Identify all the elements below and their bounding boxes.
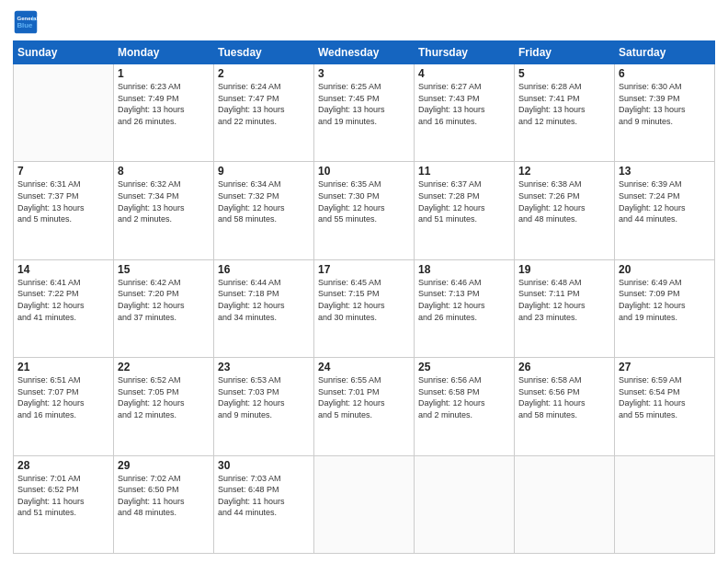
day-info: Sunrise: 6:37 AM Sunset: 7:28 PM Dayligh…	[418, 178, 510, 224]
day-info: Sunrise: 6:39 AM Sunset: 7:24 PM Dayligh…	[619, 178, 711, 224]
day-info: Sunrise: 6:35 AM Sunset: 7:30 PM Dayligh…	[318, 178, 410, 224]
day-info: Sunrise: 6:34 AM Sunset: 7:32 PM Dayligh…	[218, 178, 310, 224]
day-number: 27	[619, 361, 711, 373]
day-number: 29	[118, 459, 210, 472]
day-number: 14	[17, 263, 109, 276]
day-info: Sunrise: 7:01 AM Sunset: 6:52 PM Dayligh…	[17, 473, 109, 519]
calendar-cell: 15Sunrise: 6:42 AM Sunset: 7:20 PM Dayli…	[114, 259, 214, 357]
day-info: Sunrise: 6:58 AM Sunset: 6:56 PM Dayligh…	[518, 374, 610, 420]
day-info: Sunrise: 6:55 AM Sunset: 7:01 PM Dayligh…	[318, 374, 410, 420]
day-info: Sunrise: 6:41 AM Sunset: 7:22 PM Dayligh…	[17, 277, 109, 323]
weekday-header-wednesday: Wednesday	[314, 41, 415, 64]
day-number: 22	[118, 361, 210, 373]
calendar-cell: 8Sunrise: 6:32 AM Sunset: 7:34 PM Daylig…	[114, 162, 214, 259]
weekday-header-thursday: Thursday	[415, 41, 515, 64]
calendar-cell: 14Sunrise: 6:41 AM Sunset: 7:22 PM Dayli…	[14, 259, 114, 357]
day-info: Sunrise: 6:23 AM Sunset: 7:49 PM Dayligh…	[118, 81, 210, 127]
day-number: 6	[619, 67, 711, 80]
day-info: Sunrise: 6:51 AM Sunset: 7:07 PM Dayligh…	[17, 374, 109, 420]
header: General Blue	[13, 9, 715, 35]
day-number: 13	[619, 165, 711, 178]
day-info: Sunrise: 6:48 AM Sunset: 7:11 PM Dayligh…	[518, 277, 610, 323]
week-row-2: 7Sunrise: 6:31 AM Sunset: 7:37 PM Daylig…	[14, 162, 715, 259]
day-number: 7	[17, 165, 109, 178]
calendar-cell: 7Sunrise: 6:31 AM Sunset: 7:37 PM Daylig…	[14, 162, 114, 259]
week-row-3: 14Sunrise: 6:41 AM Sunset: 7:22 PM Dayli…	[14, 259, 715, 357]
calendar-cell: 24Sunrise: 6:55 AM Sunset: 7:01 PM Dayli…	[314, 358, 415, 455]
day-info: Sunrise: 6:28 AM Sunset: 7:41 PM Dayligh…	[518, 81, 610, 127]
calendar-cell	[314, 455, 415, 553]
day-number: 20	[619, 263, 711, 276]
calendar-cell: 9Sunrise: 6:34 AM Sunset: 7:32 PM Daylig…	[214, 162, 314, 259]
calendar-cell	[515, 455, 615, 553]
calendar-cell	[615, 455, 715, 553]
calendar-cell: 26Sunrise: 6:58 AM Sunset: 6:56 PM Dayli…	[515, 358, 615, 455]
day-number: 21	[17, 361, 109, 373]
day-number: 18	[418, 263, 510, 276]
calendar-cell	[14, 64, 114, 162]
day-number: 26	[518, 361, 610, 373]
calendar-cell: 28Sunrise: 7:01 AM Sunset: 6:52 PM Dayli…	[14, 455, 114, 553]
calendar-cell: 20Sunrise: 6:49 AM Sunset: 7:09 PM Dayli…	[615, 259, 715, 357]
calendar-table: SundayMondayTuesdayWednesdayThursdayFrid…	[13, 40, 715, 554]
calendar-cell: 2Sunrise: 6:24 AM Sunset: 7:47 PM Daylig…	[214, 64, 314, 162]
day-number: 4	[418, 67, 510, 80]
day-number: 12	[518, 165, 610, 178]
day-info: Sunrise: 6:49 AM Sunset: 7:09 PM Dayligh…	[619, 277, 711, 323]
calendar-cell: 6Sunrise: 6:30 AM Sunset: 7:39 PM Daylig…	[615, 64, 715, 162]
calendar-cell: 16Sunrise: 6:44 AM Sunset: 7:18 PM Dayli…	[214, 259, 314, 357]
calendar-cell: 22Sunrise: 6:52 AM Sunset: 7:05 PM Dayli…	[114, 358, 214, 455]
day-info: Sunrise: 6:42 AM Sunset: 7:20 PM Dayligh…	[118, 277, 210, 323]
day-number: 11	[418, 165, 510, 178]
day-number: 9	[218, 165, 310, 178]
calendar-cell: 11Sunrise: 6:37 AM Sunset: 7:28 PM Dayli…	[415, 162, 515, 259]
day-info: Sunrise: 6:38 AM Sunset: 7:26 PM Dayligh…	[518, 178, 610, 224]
calendar-cell: 18Sunrise: 6:46 AM Sunset: 7:13 PM Dayli…	[415, 259, 515, 357]
weekday-header-row: SundayMondayTuesdayWednesdayThursdayFrid…	[14, 41, 715, 64]
calendar-cell	[415, 455, 515, 553]
day-info: Sunrise: 6:46 AM Sunset: 7:13 PM Dayligh…	[418, 277, 510, 323]
weekday-header-tuesday: Tuesday	[214, 41, 314, 64]
day-info: Sunrise: 6:27 AM Sunset: 7:43 PM Dayligh…	[418, 81, 510, 127]
day-number: 28	[17, 459, 109, 472]
week-row-4: 21Sunrise: 6:51 AM Sunset: 7:07 PM Dayli…	[14, 358, 715, 455]
calendar-cell: 5Sunrise: 6:28 AM Sunset: 7:41 PM Daylig…	[515, 64, 615, 162]
calendar-cell: 21Sunrise: 6:51 AM Sunset: 7:07 PM Dayli…	[14, 358, 114, 455]
day-number: 30	[218, 459, 310, 472]
day-number: 2	[218, 67, 310, 80]
day-info: Sunrise: 6:45 AM Sunset: 7:15 PM Dayligh…	[318, 277, 410, 323]
day-number: 1	[118, 67, 210, 80]
calendar-cell: 23Sunrise: 6:53 AM Sunset: 7:03 PM Dayli…	[214, 358, 314, 455]
weekday-header-saturday: Saturday	[615, 41, 715, 64]
calendar-cell: 19Sunrise: 6:48 AM Sunset: 7:11 PM Dayli…	[515, 259, 615, 357]
week-row-1: 1Sunrise: 6:23 AM Sunset: 7:49 PM Daylig…	[14, 64, 715, 162]
week-row-5: 28Sunrise: 7:01 AM Sunset: 6:52 PM Dayli…	[14, 455, 715, 553]
calendar-cell: 27Sunrise: 6:59 AM Sunset: 6:54 PM Dayli…	[615, 358, 715, 455]
calendar-cell: 29Sunrise: 7:02 AM Sunset: 6:50 PM Dayli…	[114, 455, 214, 553]
day-info: Sunrise: 7:02 AM Sunset: 6:50 PM Dayligh…	[118, 473, 210, 519]
calendar-cell: 4Sunrise: 6:27 AM Sunset: 7:43 PM Daylig…	[415, 64, 515, 162]
calendar-cell: 30Sunrise: 7:03 AM Sunset: 6:48 PM Dayli…	[214, 455, 314, 553]
weekday-header-sunday: Sunday	[14, 41, 114, 64]
calendar-cell: 12Sunrise: 6:38 AM Sunset: 7:26 PM Dayli…	[515, 162, 615, 259]
day-info: Sunrise: 6:59 AM Sunset: 6:54 PM Dayligh…	[619, 374, 711, 420]
day-info: Sunrise: 6:25 AM Sunset: 7:45 PM Dayligh…	[318, 81, 410, 127]
calendar-cell: 13Sunrise: 6:39 AM Sunset: 7:24 PM Dayli…	[615, 162, 715, 259]
day-number: 8	[118, 165, 210, 178]
calendar-cell: 17Sunrise: 6:45 AM Sunset: 7:15 PM Dayli…	[314, 259, 415, 357]
day-info: Sunrise: 6:56 AM Sunset: 6:58 PM Dayligh…	[418, 374, 510, 420]
page: General Blue SundayMondayTuesdayWednesda…	[0, 0, 728, 563]
day-info: Sunrise: 6:31 AM Sunset: 7:37 PM Dayligh…	[17, 178, 109, 224]
day-info: Sunrise: 6:52 AM Sunset: 7:05 PM Dayligh…	[118, 374, 210, 420]
day-info: Sunrise: 7:03 AM Sunset: 6:48 PM Dayligh…	[218, 473, 310, 519]
day-info: Sunrise: 6:24 AM Sunset: 7:47 PM Dayligh…	[218, 81, 310, 127]
day-number: 15	[118, 263, 210, 276]
day-info: Sunrise: 6:30 AM Sunset: 7:39 PM Dayligh…	[619, 81, 711, 127]
day-number: 3	[318, 67, 410, 80]
day-number: 19	[518, 263, 610, 276]
calendar-cell: 1Sunrise: 6:23 AM Sunset: 7:49 PM Daylig…	[114, 64, 214, 162]
calendar-cell: 10Sunrise: 6:35 AM Sunset: 7:30 PM Dayli…	[314, 162, 415, 259]
day-info: Sunrise: 6:53 AM Sunset: 7:03 PM Dayligh…	[218, 374, 310, 420]
day-number: 10	[318, 165, 410, 178]
weekday-header-monday: Monday	[114, 41, 214, 64]
